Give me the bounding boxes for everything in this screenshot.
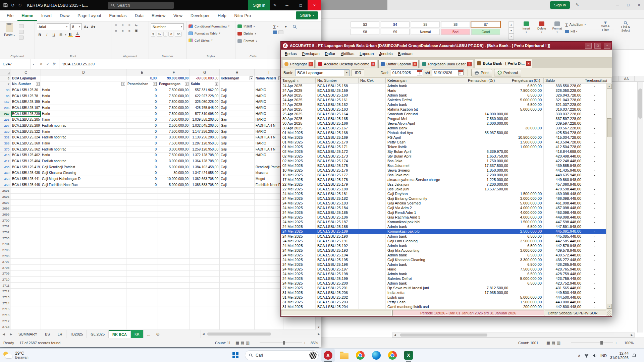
empty-cell[interactable] (220, 229, 255, 235)
sheet-tab-gl-2025[interactable]: GL 2025 (87, 330, 109, 338)
row-number[interactable]: 453 (0, 176, 11, 182)
cell-keterangan[interactable]: Gaji (220, 87, 255, 93)
ribbon-tab-home[interactable]: Home (17, 11, 37, 21)
cell-nama-penerima[interactable]: FADHILAH N (255, 146, 283, 153)
empty-cell[interactable] (190, 205, 220, 212)
empty-cell[interactable] (255, 312, 283, 318)
empty-cell[interactable] (190, 259, 220, 265)
row-number[interactable]: 2705 (0, 247, 11, 253)
menu-berkas[interactable]: Berkas (282, 52, 300, 56)
empty-cell[interactable] (255, 294, 283, 300)
decrease-decimal-icon[interactable]: .00 (175, 32, 182, 37)
cell-pengurangan[interactable]: 7.500.000,00 (158, 105, 190, 111)
cell-no-sumber[interactable]: BCA.LSBU.25.322 (11, 129, 41, 135)
row-number[interactable]: 205 (0, 105, 11, 111)
empty-cell[interactable] (41, 289, 126, 295)
table-row[interactable]: 24 Mei 2025BCA.LSBU.25.188Admin bank6.50… (281, 224, 606, 229)
empty-cell[interactable] (11, 205, 41, 212)
empty-cell[interactable] (255, 218, 283, 224)
cell-nama-penerima[interactable]: HARIO (255, 99, 283, 105)
table-row[interactable]: 24 Mei 2025BCA.LSBU.25.197Hario7.500.000… (281, 267, 606, 272)
table-row[interactable]: 27 Mei 2025BCA.LSBU.25.201Dp Sewa multi … (281, 286, 606, 290)
table-row[interactable]: 02 Mei 2025BCA.LSBU.25.173Sty Bulan Apri… (281, 154, 606, 159)
filter-icon[interactable]: ▼ (250, 76, 253, 80)
empty-cell[interactable] (190, 229, 220, 235)
ribbon-tab-formulas[interactable]: Formulas (105, 11, 131, 21)
cell-nama[interactable]: Hario (41, 117, 126, 123)
redo-icon[interactable]: ↻ (18, 3, 22, 8)
borders-button[interactable]: ⊞ (58, 32, 64, 38)
empty-cell[interactable] (255, 247, 283, 253)
empty-cell[interactable] (190, 200, 220, 206)
cell-saldo[interactable]: 1.032.045.208,00 (190, 123, 220, 129)
cell-nama-penerima[interactable]: Rendiadji Patrias (255, 164, 283, 170)
cell-keterangan[interactable]: Gaji (220, 146, 255, 153)
row-number[interactable]: 459 (0, 182, 11, 188)
cell-saldo[interactable]: 1.259.128.958,00 (190, 146, 220, 153)
tab-ringkasan-buku-besar[interactable]: Ringkasan Buku Besar× (420, 60, 473, 68)
empty-cell[interactable] (41, 247, 126, 253)
row-number[interactable]: 2716 (0, 312, 11, 318)
row-number[interactable]: 167 (0, 99, 11, 105)
horizontal-scrollbar[interactable]: ◀ ▶ (201, 330, 321, 338)
cell-no-sumber[interactable]: BCA.LSBU.25.448 (11, 182, 41, 188)
empty-cell[interactable] (11, 235, 41, 241)
row-number[interactable]: 2715 (0, 306, 11, 312)
menu-persiapan[interactable]: Persiapan (300, 52, 322, 56)
tab-close-icon[interactable]: × (371, 62, 375, 66)
row-number[interactable]: 2702 (0, 229, 11, 235)
zoom-out-icon[interactable]: − (256, 341, 258, 345)
filter-dropdown-icon[interactable]: ▾ (185, 82, 189, 86)
empty-cell[interactable] (220, 205, 255, 212)
header-saldo[interactable]: Saldo▾ (190, 81, 220, 87)
column-header-no-cek[interactable]: No. Cek (359, 78, 386, 83)
cell-no-sumber[interactable]: BCA.LSBU.25.30 (11, 87, 41, 93)
empty-cell[interactable] (41, 324, 126, 330)
empty-cell[interactable] (255, 289, 283, 295)
row-number[interactable]: 412 (0, 158, 11, 164)
empty-cell[interactable] (11, 300, 41, 306)
scrollbar-thumb[interactable] (638, 88, 642, 119)
scroll-right-icon[interactable]: ▶ (316, 333, 321, 336)
empty-cell[interactable] (158, 277, 190, 283)
empty-cell[interactable] (41, 306, 126, 312)
cell-penambahan[interactable]: 0 (126, 111, 158, 117)
align-top-icon[interactable]: ≡ (113, 23, 119, 27)
empty-cell[interactable] (220, 271, 255, 277)
format-cells-button[interactable]: Format ▾ (237, 38, 269, 44)
table-row[interactable]: 30 Apr 2025BCA.LSBU.25.166Sewa Alyori Ap… (281, 121, 606, 126)
tab-close-icon[interactable]: × (309, 62, 313, 66)
empty-cell[interactable] (126, 212, 158, 218)
cell-style-normal[interactable]: Normal (411, 29, 440, 35)
header-penambahan[interactable]: Penambahan▾ (126, 81, 158, 87)
empty-cell[interactable] (255, 235, 283, 241)
empty-cell[interactable] (220, 294, 255, 300)
empty-cell[interactable] (11, 241, 41, 247)
table-row[interactable]: 24 Mei 2025BCA.LSBU.25.185Gaji Rendi Adm… (281, 210, 606, 215)
taskbar-icon-browser[interactable] (386, 349, 399, 362)
empty-cell[interactable] (220, 283, 255, 289)
zoom-slider[interactable]: − + (256, 341, 306, 345)
ribbon-tab-nitro-pro[interactable]: Nitro Pro (230, 11, 255, 21)
cell-saldo[interactable]: 1.384.102.458,00 (190, 164, 220, 170)
sign-in-button[interactable]: Sign in (248, 0, 270, 10)
cell-style-s5[interactable]: S5 (411, 21, 440, 27)
row-number[interactable]: 2701 (0, 223, 11, 229)
empty-cell[interactable] (11, 289, 41, 295)
tab-close-icon[interactable]: × (413, 62, 417, 66)
empty-cell[interactable] (126, 277, 158, 283)
align-left-icon[interactable]: ≡ (113, 29, 119, 33)
button-format[interactable]: Format▾ (551, 21, 564, 34)
minimize-button[interactable]: ─ (280, 0, 294, 10)
refresh-button[interactable]: Perbarui (494, 69, 521, 76)
cell-no-sumber[interactable]: BCA.LSBU.25.441 (11, 176, 41, 182)
empty-cell[interactable] (190, 324, 220, 330)
zoom-slider[interactable]: − + (567, 341, 617, 345)
cell-keterangan[interactable]: Gaji (220, 164, 255, 170)
cell-nama[interactable]: Hario (41, 93, 126, 99)
empty-cell[interactable] (190, 188, 220, 194)
paste-button[interactable]: Paste ▾ (2, 23, 17, 40)
filter-dropdown-icon[interactable]: ▾ (121, 82, 125, 86)
column-header-e[interactable]: E (126, 69, 158, 75)
empty-cell[interactable] (255, 212, 283, 218)
